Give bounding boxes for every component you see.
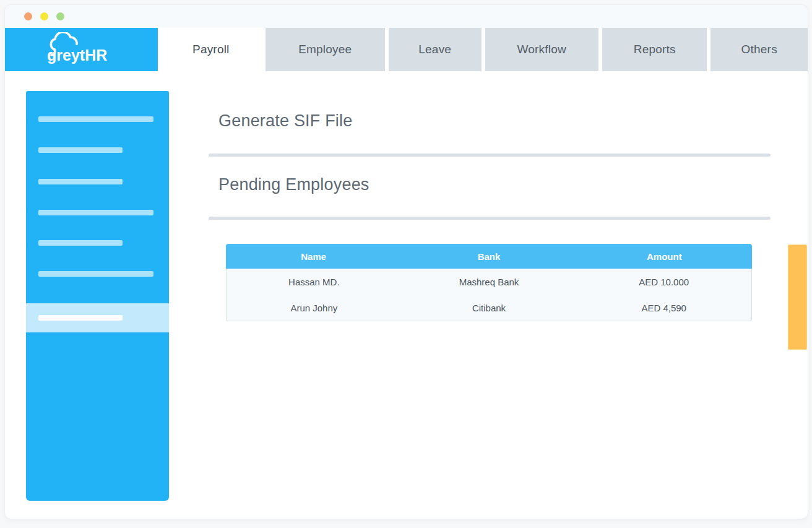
maximize-window-icon[interactable]	[56, 12, 64, 20]
tab-others[interactable]: Others	[710, 28, 808, 71]
tab-reports[interactable]: Reports	[602, 28, 707, 71]
table-body: Hassan MD. Mashreq Bank AED 10.000 Arun …	[226, 269, 752, 321]
tab-workflow[interactable]: Workflow	[485, 28, 598, 71]
table-row: Hassan MD. Mashreq Bank AED 10.000	[227, 269, 751, 295]
tab-leave-label: Leave	[418, 43, 451, 56]
table-row: Arun Johny Citibank AED 4,590	[227, 295, 751, 321]
app-screenshot: greytHR Payroll Employee Leave Workflow …	[0, 0, 812, 528]
cell-bank: Citibank	[402, 303, 577, 313]
column-header-amount: Amount	[577, 251, 752, 262]
cell-amount: AED 4,590	[576, 303, 751, 313]
cell-name: Arun Johny	[227, 303, 402, 313]
table-header-row: Name Bank Amount	[226, 244, 752, 269]
page-title: Generate SIF File	[218, 111, 353, 131]
sidebar-item-placeholder-6[interactable]	[38, 271, 153, 277]
tab-leave[interactable]: Leave	[389, 28, 482, 71]
nav-tabs: Payroll Employee Leave Workflow Reports …	[160, 28, 808, 71]
minimize-window-icon[interactable]	[40, 12, 48, 20]
section-title: Pending Employees	[218, 175, 369, 194]
cell-bank: Mashreq Bank	[402, 277, 577, 287]
sidebar-item-placeholder-2[interactable]	[38, 147, 123, 153]
cell-name: Hassan MD.	[227, 277, 402, 287]
sidebar-item-active[interactable]	[26, 303, 169, 332]
close-window-icon[interactable]	[24, 12, 32, 20]
window-titlebar	[5, 5, 808, 28]
tab-reports-label: Reports	[634, 43, 676, 56]
pending-employees-table: Name Bank Amount Hassan MD. Mashreq Bank…	[226, 244, 752, 321]
tab-workflow-label: Workflow	[517, 43, 566, 56]
sidebar-item-active-bar	[38, 315, 123, 321]
sidebar-item-placeholder-3[interactable]	[38, 179, 123, 184]
greythr-cloud-icon: greytHR	[32, 32, 131, 67]
logo-text: greytHR	[47, 46, 107, 64]
sidebar-item-placeholder-5[interactable]	[38, 240, 123, 246]
cell-amount: AED 10.000	[576, 277, 751, 287]
tab-employee-label: Employee	[298, 43, 352, 56]
tab-payroll[interactable]: Payroll	[160, 28, 262, 71]
divider	[209, 217, 771, 220]
greythr-logo[interactable]: greytHR	[5, 28, 158, 71]
tab-payroll-label: Payroll	[192, 43, 229, 56]
tab-employee[interactable]: Employee	[266, 28, 385, 71]
scroll-indicator-handle[interactable]	[788, 245, 807, 350]
divider	[209, 154, 771, 157]
sidebar-menu	[26, 91, 169, 501]
sidebar-item-placeholder-1[interactable]	[38, 116, 153, 122]
column-header-bank: Bank	[401, 251, 576, 262]
sidebar-item-placeholder-4[interactable]	[38, 210, 153, 215]
column-header-name: Name	[226, 251, 401, 262]
app-window: greytHR Payroll Employee Leave Workflow …	[5, 5, 808, 519]
top-navbar: greytHR Payroll Employee Leave Workflow …	[5, 28, 808, 71]
tab-others-label: Others	[741, 43, 777, 56]
